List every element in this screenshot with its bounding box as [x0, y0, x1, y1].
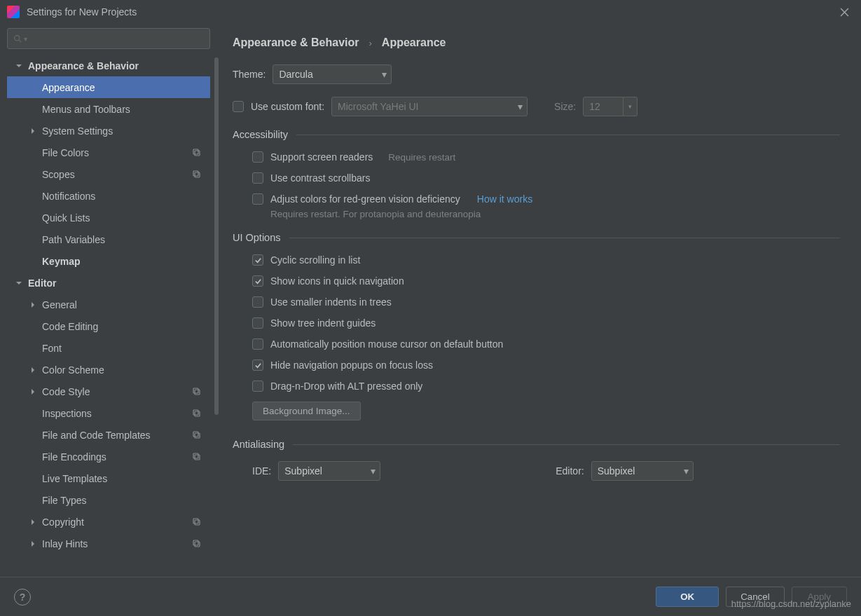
theme-value: Darcula: [279, 69, 312, 80]
tree-item-label: Appearance: [42, 82, 95, 93]
breadcrumb: Appearance & Behavior › Appearance: [233, 36, 840, 49]
tree-item-file-types[interactable]: File Types: [7, 489, 210, 511]
chevron-down-icon: ▾: [684, 465, 689, 477]
window-title: Settings for New Projects: [27, 6, 137, 18]
aa-editor-combo[interactable]: Subpixel ▾: [591, 461, 694, 481]
tree-guides-label: Show tree indent guides: [270, 317, 376, 329]
tree-item-file-colors[interactable]: File Colors: [7, 142, 210, 163]
tree-item-label: Font: [42, 343, 62, 354]
settings-tree[interactable]: Appearance & BehaviorAppearanceMenus and…: [7, 55, 210, 577]
tree-item-color-scheme[interactable]: Color Scheme: [7, 359, 210, 381]
contrast-scrollbars-label: Use contrast scrollbars: [270, 172, 370, 184]
chevron-down-icon: ▾: [518, 101, 523, 112]
tree-item-live-templates[interactable]: Live Templates: [7, 467, 210, 489]
tree-item-inspections[interactable]: Inspections: [7, 402, 210, 424]
svg-rect-13: [193, 519, 198, 523]
theme-combo[interactable]: Darcula ▾: [273, 64, 392, 84]
tree-item-label: Inlay Hints: [42, 538, 88, 549]
tree-item-label: File Types: [42, 495, 87, 506]
close-button[interactable]: [834, 2, 854, 22]
breadcrumb-leaf: Appearance: [382, 36, 446, 49]
tree-item-path-variables[interactable]: Path Variables: [7, 228, 210, 250]
tree-item-scopes[interactable]: Scopes: [7, 163, 210, 185]
svg-rect-11: [193, 453, 198, 458]
show-icons-checkbox[interactable]: [252, 275, 263, 287]
tree-item-menus-and-toolbars[interactable]: Menus and Toolbars: [7, 98, 210, 120]
background-image-button[interactable]: Background Image...: [252, 402, 361, 420]
chevron-right-icon: [28, 519, 38, 525]
chevron-down-icon: [14, 63, 24, 69]
tree-item-code-style[interactable]: Code Style: [7, 381, 210, 402]
tree-item-inlay-hints[interactable]: Inlay Hints: [7, 533, 210, 554]
chevron-right-icon: ›: [369, 38, 372, 48]
chevron-right-icon: [28, 541, 38, 547]
chevron-right-icon: [28, 367, 38, 373]
color-deficiency-checkbox[interactable]: [252, 193, 263, 205]
size-value: 12: [589, 101, 600, 112]
content-panel: Appearance & Behavior › Appearance Theme…: [217, 24, 861, 577]
tree-item-system-settings[interactable]: System Settings: [7, 120, 210, 142]
tree-item-label: System Settings: [42, 125, 113, 137]
section-ui-options: UI Options: [233, 232, 281, 243]
tree-item-label: Scopes: [42, 169, 75, 180]
tree-item-notifications[interactable]: Notifications: [7, 185, 210, 207]
chevron-down-icon: ▾: [382, 69, 387, 80]
tree-item-quick-lists[interactable]: Quick Lists: [7, 207, 210, 228]
cancel-button[interactable]: Cancel: [726, 587, 785, 607]
font-value: Microsoft YaHei UI: [338, 101, 418, 112]
svg-rect-2: [195, 151, 200, 156]
divider: [293, 444, 840, 445]
close-icon: [840, 8, 849, 17]
copy-icon: [192, 386, 200, 397]
font-combo[interactable]: Microsoft YaHei UI ▾: [331, 97, 528, 116]
tree-item-code-editing[interactable]: Code Editing: [7, 315, 210, 337]
screen-readers-label: Support screen readers: [270, 151, 373, 163]
auto-mouse-checkbox[interactable]: [252, 338, 263, 350]
titlebar: Settings for New Projects: [0, 0, 861, 24]
tree-item-label: File and Code Templates: [42, 430, 151, 441]
cyclic-scrolling-checkbox[interactable]: [252, 254, 263, 266]
tree-item-appearance[interactable]: Appearance: [7, 76, 210, 98]
color-deficiency-label: Adjust colors for red-green vision defic…: [270, 193, 460, 205]
tree-item-file-and-code-templates[interactable]: File and Code Templates: [7, 424, 210, 446]
screen-readers-checkbox[interactable]: [252, 151, 263, 163]
copy-icon: [192, 516, 200, 528]
section-accessibility: Accessibility: [233, 129, 288, 140]
svg-point-0: [15, 35, 20, 40]
svg-rect-4: [195, 172, 200, 177]
aa-ide-combo[interactable]: Subpixel ▾: [278, 461, 380, 481]
copy-icon: [192, 408, 200, 419]
tree-item-appearance-behavior[interactable]: Appearance & Behavior: [7, 55, 210, 76]
svg-rect-8: [195, 411, 200, 416]
svg-rect-16: [195, 542, 200, 547]
sidebar: ▾ Appearance & BehaviorAppearanceMenus a…: [0, 24, 217, 577]
section-antialiasing: Antialiasing: [233, 439, 284, 450]
size-field[interactable]: 12: [583, 97, 624, 116]
custom-font-label: Use custom font:: [251, 101, 324, 112]
tree-item-editor[interactable]: Editor: [7, 272, 210, 294]
how-it-works-link[interactable]: How it works: [477, 193, 532, 205]
tree-item-keymap[interactable]: Keymap: [7, 250, 210, 272]
drag-alt-checkbox[interactable]: [252, 381, 263, 392]
tree-item-label: Keymap: [42, 256, 80, 267]
custom-font-checkbox[interactable]: [233, 101, 244, 112]
tree-item-copyright[interactable]: Copyright: [7, 511, 210, 533]
smaller-indents-checkbox[interactable]: [252, 296, 263, 308]
tree-item-label: Menus and Toolbars: [42, 104, 130, 115]
size-stepper[interactable]: ▾: [624, 97, 638, 116]
theme-label: Theme:: [233, 69, 266, 80]
contrast-scrollbars-checkbox[interactable]: [252, 172, 263, 184]
tree-item-label: Appearance & Behavior: [28, 60, 139, 71]
search-input[interactable]: ▾: [7, 28, 210, 49]
tree-item-label: General: [42, 299, 77, 310]
tree-item-label: File Colors: [42, 147, 89, 158]
aa-editor-value: Subpixel: [598, 465, 635, 477]
help-button[interactable]: ?: [14, 589, 31, 605]
svg-rect-14: [195, 520, 200, 525]
ok-button[interactable]: OK: [656, 587, 719, 607]
hide-popups-checkbox[interactable]: [252, 360, 263, 371]
tree-item-file-encodings[interactable]: File Encodings: [7, 446, 210, 467]
tree-guides-checkbox[interactable]: [252, 317, 263, 329]
tree-item-general[interactable]: General: [7, 294, 210, 315]
tree-item-font[interactable]: Font: [7, 337, 210, 359]
